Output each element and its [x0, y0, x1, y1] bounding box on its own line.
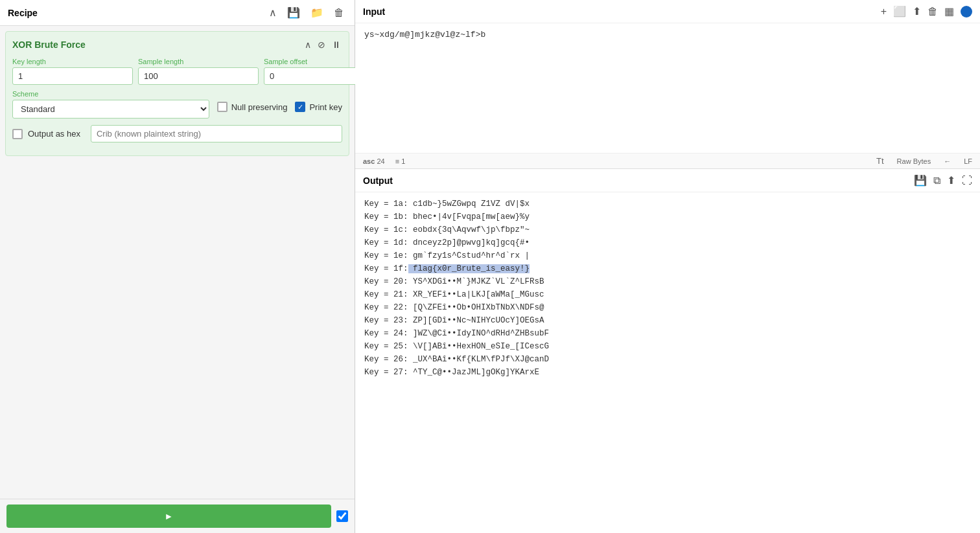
- input-add-button[interactable]: +: [881, 6, 887, 17]
- null-preserving-checkbox[interactable]: [217, 102, 228, 112]
- blue-indicator: [961, 6, 972, 17]
- output-icons: 💾 ⧉ ⬆ ⛶: [914, 174, 972, 187]
- output-save-button[interactable]: 💾: [914, 174, 927, 187]
- output-line: Key = 1b: bhec•|4v[Fvqpa[mw[aew}%y: [364, 210, 971, 223]
- recipe-header: Recipe ∧ 💾 📁 🗑: [0, 0, 355, 26]
- output-export-button[interactable]: ⬆: [947, 174, 955, 187]
- null-preserving-group: Null preserving: [217, 102, 288, 112]
- scheme-label: Scheme: [12, 90, 209, 98]
- null-preserving-label[interactable]: Null preserving: [231, 102, 288, 112]
- input-section: Input + ⬜ ⬆ 🗑 ▦ ys~xdg/m@]mjkz@vl@z~lf>b…: [355, 0, 980, 169]
- output-line: Key = 26: _UX^BAî••Kf{KLM\fPJf\XJ@canD: [364, 353, 971, 366]
- scheme-group: Scheme Standard: [12, 90, 209, 119]
- bake-button[interactable]: ►: [6, 505, 331, 528]
- input-grid-button[interactable]: ▦: [944, 5, 954, 17]
- output-line: Key = 1e: gm`fzy1s^Cstud^hr^d`rx |: [364, 249, 971, 262]
- input-footer: asc 24 ≡ 1 Tt Raw Bytes ← LF: [355, 153, 980, 168]
- left-panel: Recipe ∧ 💾 📁 🗑 XOR Brute Force ∧ ⊘ ⏸ Key…: [0, 0, 355, 533]
- key-length-label: Key length: [12, 58, 133, 65]
- print-key-label[interactable]: Print key: [309, 102, 342, 112]
- output-line: Key = 1a: c1db~}5wZGwpq Z1VZ dV|$x: [364, 198, 971, 210]
- sample-length-label: Sample length: [138, 58, 259, 65]
- output-line: Key = 22: [Q\ZFEî••Ob•OHIXbTNbX\NDFs@: [364, 301, 971, 314]
- input-window-button[interactable]: ⬜: [893, 5, 906, 17]
- output-line: Key = 25: \V[]ABî••HexHON_eSIe_[ICescG: [364, 340, 971, 353]
- operation-disable-button[interactable]: ⊘: [316, 38, 327, 51]
- scheme-select[interactable]: Standard: [12, 100, 209, 119]
- bottom-bar: ►: [0, 499, 355, 533]
- auto-bake-checkbox[interactable]: [336, 510, 348, 522]
- xor-brute-force-block: XOR Brute Force ∧ ⊘ ⏸ Key length Sample …: [5, 31, 349, 156]
- sample-length-group: Sample length: [138, 58, 259, 85]
- output-content-area[interactable]: Key = 1a: c1db~}5wZGwpq Z1VZ dV|$xKey = …: [355, 192, 980, 533]
- encoding-toggle[interactable]: Tt: [876, 156, 884, 166]
- key-length-group: Key length: [12, 58, 133, 85]
- print-key-group: ✓ Print key: [295, 102, 342, 112]
- operation-header-icons: ∧ ⊘ ⏸: [303, 38, 342, 51]
- input-text: ys~xdg/m@]mjkz@vl@z~lf>b: [364, 30, 485, 40]
- lines-badge: ≡ 1: [395, 157, 406, 165]
- print-key-checkbox[interactable]: ✓: [295, 102, 305, 112]
- input-header: Input + ⬜ ⬆ 🗑 ▦: [355, 0, 980, 23]
- input-header-icons: + ⬜ ⬆ 🗑 ▦: [881, 5, 972, 17]
- output-line: Key = 21: XR_YEFî••La|LKJ[aWMa[_MGusc: [364, 288, 971, 301]
- key-length-input[interactable]: [12, 67, 133, 85]
- input-title: Input: [363, 6, 881, 17]
- input-content-area[interactable]: ys~xdg/m@]mjkz@vl@z~lf>b: [355, 23, 980, 153]
- output-copy-button[interactable]: ⧉: [933, 175, 940, 187]
- output-line: Key = 1d: dnceyz2p]@pwvg]kq]gcq{#•: [364, 236, 971, 249]
- output-title: Output: [363, 176, 914, 186]
- delete-recipe-button[interactable]: 🗑: [331, 6, 347, 20]
- output-line: Key = 27: ^TY_C@••JazJML]gOKg]YKArxE: [364, 366, 971, 379]
- raw-bytes-label[interactable]: Raw Bytes: [897, 157, 931, 165]
- output-hex-row: Output as hex: [12, 125, 342, 142]
- input-delete-button[interactable]: 🗑: [928, 6, 938, 17]
- recipe-header-icons: ∧ 💾 📁 🗑: [266, 5, 347, 20]
- output-fullscreen-button[interactable]: ⛶: [962, 175, 972, 187]
- line-ending-label[interactable]: LF: [964, 157, 972, 165]
- asc-badge: asc 24: [363, 157, 385, 165]
- operation-pause-button[interactable]: ⏸: [331, 38, 342, 51]
- output-line: Key = 20: YS^XDGî••M`}MJKZ`VL`Z^LFRsB: [364, 275, 971, 288]
- save-recipe-button[interactable]: 💾: [285, 5, 303, 20]
- output-line: Key = 23: ZP][GDî••Nc~NIHYcUOcY]OEGsA: [364, 314, 971, 327]
- output-line: Key = 1f: flag{x0r_Brute_is_easy!}: [364, 262, 971, 275]
- recipe-title: Recipe: [8, 8, 261, 18]
- output-line: Key = 24: ]WZ\@Cî••IdyINO^dRHd^ZHBsubF: [364, 327, 971, 340]
- output-as-hex-checkbox[interactable]: [12, 129, 23, 139]
- top-fields-row: Key length Sample length Sample offset: [12, 58, 342, 85]
- output-section: Output 💾 ⧉ ⬆ ⛶ Key = 1a: c1db~}5wZGwpq Z…: [355, 169, 980, 533]
- open-recipe-button[interactable]: 📁: [308, 5, 326, 20]
- collapse-button[interactable]: ∧: [266, 5, 279, 20]
- arrow-icon: ←: [944, 157, 951, 165]
- operation-collapse-button[interactable]: ∧: [303, 38, 312, 51]
- operation-header: XOR Brute Force ∧ ⊘ ⏸: [12, 38, 342, 51]
- output-line: Key = 1c: eobdx{3q\Aqvwf\jp\fbpz"~: [364, 223, 971, 236]
- sample-length-input[interactable]: [138, 67, 259, 85]
- input-export-button[interactable]: ⬆: [913, 5, 921, 17]
- crib-input[interactable]: [91, 125, 342, 142]
- output-header: Output 💾 ⧉ ⬆ ⛶: [355, 169, 980, 192]
- scheme-row: Scheme Standard Null preserving ✓ Print …: [12, 90, 342, 119]
- output-as-hex-label[interactable]: Output as hex: [28, 129, 80, 139]
- right-panel: Input + ⬜ ⬆ 🗑 ▦ ys~xdg/m@]mjkz@vl@z~lf>b…: [355, 0, 980, 533]
- operation-title: XOR Brute Force: [12, 40, 303, 50]
